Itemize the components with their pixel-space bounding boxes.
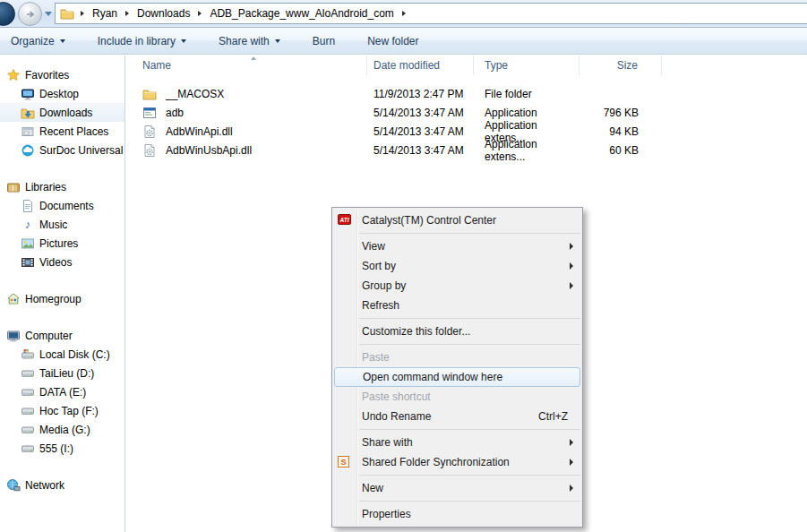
sidebar-item-local-disk-c[interactable]: Local Disk (C:) xyxy=(0,345,124,364)
history-dropdown-icon[interactable] xyxy=(45,12,52,16)
sidebar-label: TaiLieu (D:) xyxy=(39,367,94,380)
menu-item-paste[interactable]: Paste xyxy=(332,348,582,367)
libraries-icon xyxy=(6,180,21,194)
sidebar-item-homegroup[interactable]: Homegroup xyxy=(0,289,124,308)
file-type: Application extens... xyxy=(474,141,579,159)
menu-item-shared-folder-synchronization[interactable]: S Shared Folder Synchronization xyxy=(332,452,582,472)
title-address-bar: Ryan Downloads ADB_Package_www_AloAndroi… xyxy=(0,0,807,28)
file-row-macosx[interactable]: __MACOSX 11/9/2013 2:47 PM File folder xyxy=(125,84,807,103)
menu-separator xyxy=(359,344,580,345)
sidebar-label: Media (G:) xyxy=(39,424,90,436)
sidebar-item-computer[interactable]: Computer xyxy=(0,326,124,345)
sidebar-item-pictures[interactable]: Pictures xyxy=(0,234,124,253)
sidebar-item-documents[interactable]: Documents xyxy=(0,196,124,215)
back-button[interactable] xyxy=(0,2,15,26)
address-bar[interactable]: Ryan Downloads ADB_Package_www_AloAndroi… xyxy=(55,3,807,24)
file-size xyxy=(579,84,662,103)
include-in-library-button[interactable]: Include in library xyxy=(92,32,192,50)
dropdown-arrow-icon xyxy=(181,39,186,43)
column-header-type[interactable]: Type xyxy=(474,56,579,75)
menu-item-label: Sort by xyxy=(362,260,396,272)
menu-item-customize-this-folder[interactable]: Customize this folder... xyxy=(332,322,582,341)
menu-item-catalyst-control-center[interactable]: ATI Catalyst(TM) Control Center xyxy=(332,210,582,230)
desktop-icon xyxy=(21,87,35,101)
sort-ascending-icon xyxy=(251,56,256,60)
menu-item-label: View xyxy=(362,240,385,253)
drive-icon xyxy=(21,366,35,381)
forward-button[interactable] xyxy=(18,2,42,26)
include-in-library-label: Include in library xyxy=(98,35,176,47)
computer-icon xyxy=(6,329,21,343)
column-label: Date modified xyxy=(373,59,440,72)
menu-item-label: Undo Rename xyxy=(362,410,431,423)
file-row-adbwinusbapi[interactable]: AdbWinUsbApi.dll 5/14/2013 3:47 AM Appli… xyxy=(125,141,807,159)
menu-item-label: Open command window here xyxy=(363,371,502,383)
sidebar-item-surdoc[interactable]: SurDoc Universal Syn xyxy=(0,141,124,159)
share-with-label: Share with xyxy=(219,35,270,47)
menu-item-share-with[interactable]: Share with xyxy=(332,433,582,452)
picture-icon xyxy=(21,236,35,251)
sidebar-item-drive-f[interactable]: Hoc Tap (F:) xyxy=(0,401,124,420)
menu-item-properties[interactable]: Properties xyxy=(332,504,582,524)
column-header-name[interactable]: Name xyxy=(125,56,367,75)
breadcrumb-separator[interactable] xyxy=(402,11,406,16)
column-header-size[interactable]: Size xyxy=(579,56,662,75)
menu-item-paste-shortcut[interactable]: Paste shortcut xyxy=(332,387,582,407)
breadcrumb-separator[interactable] xyxy=(81,11,84,16)
file-type: File folder xyxy=(474,84,579,103)
menu-item-shortcut: Ctrl+Z xyxy=(538,407,568,426)
sidebar-label: Videos xyxy=(39,256,72,269)
menu-item-sort-by[interactable]: Sort by xyxy=(332,256,582,276)
command-toolbar: Organize Include in library Share with B… xyxy=(0,29,807,55)
shared-folder-sync-icon: S xyxy=(338,456,349,468)
downloads-folder-icon xyxy=(21,106,35,120)
column-header-date-modified[interactable]: Date modified xyxy=(367,56,474,75)
sidebar-item-libraries[interactable]: Libraries xyxy=(0,177,124,196)
menu-item-label: Paste shortcut xyxy=(362,390,431,403)
breadcrumb-segment-package[interactable]: ADB_Package_www_AloAndroid_com xyxy=(203,7,399,20)
sidebar-item-desktop[interactable]: Desktop xyxy=(0,84,124,103)
sidebar-item-music[interactable]: ♪ Music xyxy=(0,215,124,234)
breadcrumb-segment-downloads[interactable]: Downloads xyxy=(131,7,196,20)
organize-button[interactable]: Organize xyxy=(5,32,71,50)
sidebar-item-drive-g[interactable]: Media (G:) xyxy=(0,420,124,439)
libraries-group: Libraries Documents ♪ Music Pictures Vid… xyxy=(0,177,124,271)
sidebar-item-drive-d[interactable]: TaiLieu (D:) xyxy=(0,364,124,382)
file-size: 60 KB xyxy=(579,141,662,159)
sidebar-item-drive-i[interactable]: 555 (I:) xyxy=(0,439,124,458)
sidebar-item-recent-places[interactable]: Recent Places xyxy=(0,122,124,141)
sidebar-label: Homegroup xyxy=(25,293,82,305)
column-label: Size xyxy=(617,59,638,72)
sidebar-label: Libraries xyxy=(25,181,66,193)
breadcrumb-separator[interactable] xyxy=(198,11,202,16)
breadcrumb-separator[interactable] xyxy=(125,11,129,16)
menu-item-view[interactable]: View xyxy=(332,236,582,256)
menu-item-new[interactable]: New xyxy=(332,478,582,498)
file-name: adb xyxy=(166,107,184,119)
sidebar-item-videos[interactable]: Videos xyxy=(0,253,124,271)
new-folder-button[interactable]: New folder xyxy=(362,32,424,50)
share-with-button[interactable]: Share with xyxy=(213,32,286,50)
sidebar-item-network[interactable]: Network xyxy=(0,476,124,494)
sidebar-label: Hoc Tap (F:) xyxy=(39,405,99,417)
menu-item-refresh[interactable]: Refresh xyxy=(332,296,582,315)
sidebar-label: 555 (I:) xyxy=(39,442,73,455)
file-row-adb[interactable]: adb 5/14/2013 3:47 AM Application 796 KB xyxy=(125,103,807,122)
menu-item-open-command-window-here[interactable]: Open command window here xyxy=(334,367,580,387)
burn-button[interactable]: Burn xyxy=(307,32,340,50)
sidebar-item-favorites[interactable]: Favorites xyxy=(0,65,124,84)
sidebar-item-downloads[interactable]: Downloads xyxy=(0,103,124,122)
new-folder-label: New folder xyxy=(367,35,418,47)
menu-separator xyxy=(359,318,580,319)
menu-item-group-by[interactable]: Group by xyxy=(332,276,582,296)
film-icon xyxy=(21,255,35,270)
sidebar-label: Desktop xyxy=(39,88,79,100)
sidebar-item-drive-e[interactable]: DATA (E:) xyxy=(0,382,124,401)
folder-icon xyxy=(60,6,74,21)
file-row-adbwinapi[interactable]: AdbWinApi.dll 5/14/2013 3:47 AM Applicat… xyxy=(125,122,807,141)
breadcrumb-segment-ryan[interactable]: Ryan xyxy=(86,7,124,20)
menu-item-undo-rename[interactable]: Ctrl+Z Undo Rename xyxy=(332,407,582,426)
sidebar-label: DATA (E:) xyxy=(39,386,86,399)
menu-item-label: New xyxy=(362,482,383,494)
menu-separator xyxy=(359,475,580,476)
